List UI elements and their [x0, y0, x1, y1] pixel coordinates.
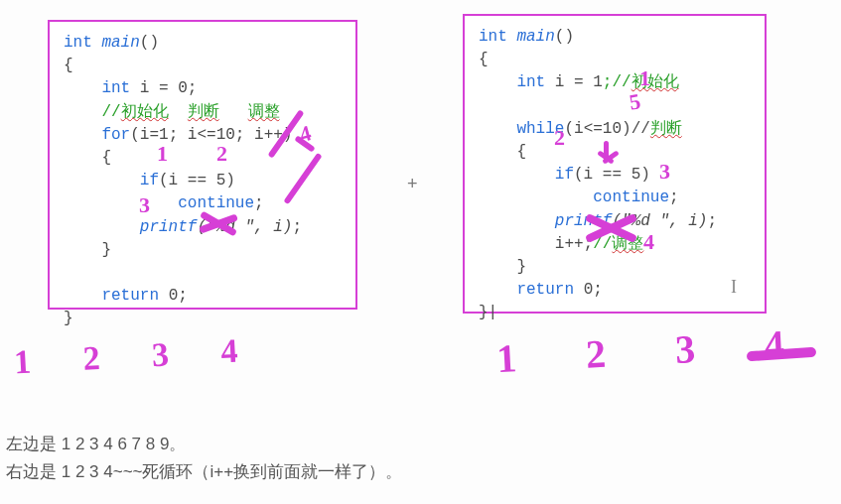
t: ;	[593, 281, 603, 299]
cm: 调整	[248, 103, 280, 121]
t: i++;	[479, 235, 593, 253]
cm: 判断	[650, 120, 682, 138]
cm: 调整	[612, 235, 643, 253]
fn-printf: printf	[64, 218, 197, 236]
fn-printf: printf	[479, 212, 612, 230]
t: ()	[140, 34, 159, 52]
handwritten-left-sequence: 1 2 3 4	[13, 331, 260, 382]
t: ;	[292, 218, 302, 236]
caption-right-output: 右边是 1 2 3 4~~~死循环（i++换到前面就一样了）。	[6, 460, 402, 483]
fn-main: main	[101, 34, 139, 52]
t: }	[64, 241, 111, 259]
kw-if: if	[64, 172, 159, 189]
plus-separator: +	[407, 174, 418, 194]
left-code-box: int main() { int i = 0; //初始化 判断 调整 for(…	[48, 20, 357, 310]
right-code-box: int main() { int i = 1;//初始化 while(i<=10…	[463, 14, 767, 314]
kw-int: int	[479, 73, 555, 91]
cm: 初始化	[631, 73, 679, 91]
t: (i=1; i<=10; i++)	[130, 126, 292, 144]
fn-main: main	[516, 28, 554, 46]
cm: //	[64, 103, 121, 121]
cm	[169, 103, 188, 121]
kw-while: while	[479, 120, 564, 138]
cm: //	[593, 235, 612, 253]
cm: 判断	[188, 103, 219, 121]
kw-return: return	[64, 287, 169, 305]
t: (i<=10)//	[564, 120, 649, 138]
t: ;	[707, 212, 717, 230]
page-stage: int main() { int i = 0; //初始化 判断 调整 for(…	[0, 0, 841, 504]
t: ;	[178, 287, 188, 305]
kw-int: int	[479, 28, 516, 46]
t: i = 1	[555, 73, 603, 91]
t: }	[479, 258, 526, 276]
left-code: int main() { int i = 0; //初始化 判断 调整 for(…	[64, 32, 342, 330]
t: {	[64, 57, 73, 74]
t: ("%d ", i)	[612, 212, 707, 230]
t: (i == 5)	[159, 172, 235, 189]
t: ;	[669, 189, 679, 206]
t: 0	[169, 287, 179, 305]
caption-left-output: 左边是 1 2 3 4 6 7 8 9。	[6, 433, 186, 455]
cm: ;//	[603, 73, 631, 91]
t: }|	[479, 304, 497, 321]
kw-for: for	[64, 126, 130, 144]
t: {	[64, 149, 111, 167]
kw-continue: continue	[64, 194, 254, 212]
t: }	[64, 310, 73, 327]
cm	[219, 103, 248, 121]
kw-int: int	[64, 34, 101, 52]
t: i = 0	[140, 79, 188, 97]
t: ("%d ", i)	[197, 218, 292, 236]
t: {	[479, 51, 489, 68]
t: ()	[555, 28, 574, 46]
kw-return: return	[479, 281, 584, 299]
kw-continue: continue	[479, 189, 669, 206]
cm: 初始化	[121, 103, 169, 121]
t: ;	[188, 79, 198, 97]
t: (i == 5)	[574, 166, 650, 184]
text-cursor-icon: I	[731, 277, 737, 298]
t: 0	[584, 281, 594, 299]
t: {	[479, 143, 526, 161]
kw-if: if	[479, 166, 574, 184]
t: ;	[254, 194, 264, 212]
right-code: int main() { int i = 1;//初始化 while(i<=10…	[479, 26, 751, 324]
kw-int: int	[64, 79, 140, 97]
